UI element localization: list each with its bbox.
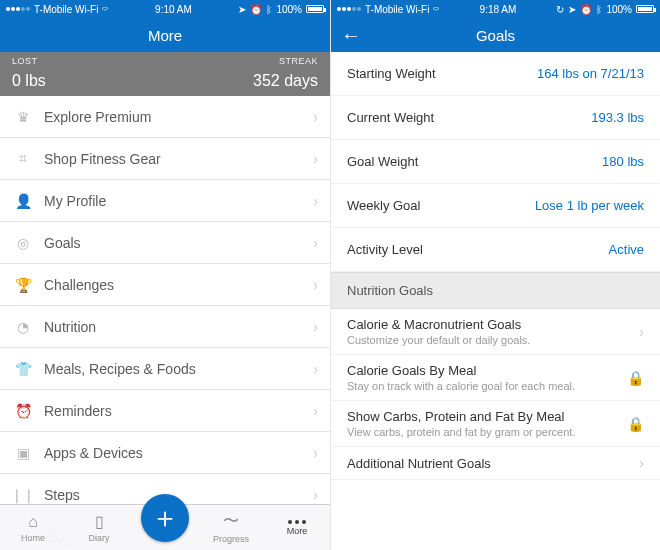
nutrition-row[interactable]: Additional Nutrient Goals›: [331, 447, 660, 480]
chevron-right-icon: ›: [313, 109, 318, 125]
tab-label: Diary: [88, 533, 109, 543]
chevron-right-icon: ›: [313, 319, 318, 335]
menu-item-ua[interactable]: ⌗Shop Fitness Gear›: [0, 138, 330, 180]
menu-item-label: Apps & Devices: [44, 445, 313, 461]
menu-item-devices[interactable]: ▣Apps & Devices›: [0, 432, 330, 474]
goal-name: Current Weight: [347, 110, 591, 125]
alarm-icon: ⏰: [250, 4, 262, 15]
goal-value: 180 lbs: [602, 154, 644, 169]
goal-name: Weekly Goal: [347, 198, 535, 213]
chevron-right-icon: ›: [313, 361, 318, 377]
section-header-nutrition: Nutrition Goals: [331, 272, 660, 309]
menu-item-clock[interactable]: ⏰Reminders›: [0, 390, 330, 432]
carrier-label: T-Mobile Wi-Fi: [365, 4, 429, 15]
goal-value: Active: [609, 242, 644, 257]
bluetooth-icon: ᛒ: [266, 4, 272, 15]
plus-icon: ＋: [151, 499, 179, 537]
nutrition-row[interactable]: Calorie Goals By MealStay on track with …: [331, 355, 660, 401]
tab-home[interactable]: ⌂Home: [0, 505, 66, 550]
lock-icon: 🔒: [627, 370, 644, 386]
bluetooth-icon: ᛒ: [596, 4, 602, 15]
tab-progress[interactable]: 〜Progress: [198, 505, 264, 550]
more-icon: [288, 520, 306, 524]
location-icon: ➤: [238, 4, 246, 15]
row-subtitle: Stay on track with a calorie goal for ea…: [347, 380, 619, 392]
nutrition-row[interactable]: Show Carbs, Protein and Fat By MealView …: [331, 401, 660, 447]
location-icon: ➤: [568, 4, 576, 15]
battery-percent: 100%: [276, 4, 302, 15]
navbar-more: More: [0, 18, 330, 52]
menu-item-label: Nutrition: [44, 319, 313, 335]
banner-stats: LOST 0 lbs STREAK 352 days: [0, 52, 330, 96]
goal-name: Activity Level: [347, 242, 609, 257]
back-button[interactable]: ←: [341, 25, 361, 45]
chevron-right-icon: ›: [313, 445, 318, 461]
chevron-right-icon: ›: [313, 193, 318, 209]
menu-item-profile[interactable]: 👤My Profile›: [0, 180, 330, 222]
goal-name: Starting Weight: [347, 66, 537, 81]
fab-add-button[interactable]: ＋: [141, 494, 189, 542]
menu-item-label: Explore Premium: [44, 109, 313, 125]
tab-bar: ⌂Home ▯Diary 〜Progress More ＋: [0, 504, 330, 550]
chevron-right-icon: ›: [313, 277, 318, 293]
chevron-right-icon: ›: [313, 235, 318, 251]
banner-lost-value: 0 lbs: [12, 72, 46, 90]
shirt-icon: 👕: [12, 361, 34, 377]
battery-percent: 100%: [606, 4, 632, 15]
profile-icon: 👤: [12, 193, 34, 209]
phone-more: T-Mobile Wi-Fi ⌔ 9:10 AM ➤ ⏰ ᛒ 100% More…: [0, 0, 330, 550]
menu-item-label: Meals, Recipes & Foods: [44, 361, 313, 377]
menu-item-label: My Profile: [44, 193, 313, 209]
target-icon: ◎: [12, 235, 34, 251]
status-bar: T-Mobile Wi-Fi ⌔ 9:10 AM ➤ ⏰ ᛒ 100%: [0, 0, 330, 18]
menu-item-label: Shop Fitness Gear: [44, 151, 313, 167]
goal-row[interactable]: Starting Weight164 lbs on 7/21/13: [331, 52, 660, 96]
row-title: Additional Nutrient Goals: [347, 456, 631, 471]
chevron-right-icon: ›: [313, 403, 318, 419]
clock-icon: ⏰: [12, 403, 34, 419]
row-subtitle: Customize your default or daily goals.: [347, 334, 631, 346]
menu-list: ♛Explore Premium›⌗Shop Fitness Gear›👤My …: [0, 96, 330, 550]
menu-item-shirt[interactable]: 👕Meals, Recipes & Foods›: [0, 348, 330, 390]
menu-item-trophy[interactable]: 🏆Challenges›: [0, 264, 330, 306]
chevron-right-icon: ›: [313, 487, 318, 503]
rotation-icon: ↻: [556, 4, 564, 15]
menu-item-label: Goals: [44, 235, 313, 251]
battery-icon: [306, 5, 324, 13]
goal-row[interactable]: Goal Weight180 lbs: [331, 140, 660, 184]
row-subtitle: View carbs, protein and fat by gram or p…: [347, 426, 619, 438]
page-title: Goals: [476, 27, 515, 44]
banner-streak-label: STREAK: [253, 56, 318, 66]
trophy-icon: 🏆: [12, 277, 34, 293]
tab-more[interactable]: More: [264, 505, 330, 550]
signal-dots-icon: [6, 7, 30, 11]
diary-icon: ▯: [95, 512, 104, 531]
goal-row[interactable]: Weekly GoalLose 1 lb per week: [331, 184, 660, 228]
goals-list: Starting Weight164 lbs on 7/21/13Current…: [331, 52, 660, 550]
chevron-right-icon: ›: [639, 324, 644, 340]
goal-row[interactable]: Activity LevelActive: [331, 228, 660, 272]
tab-label: More: [287, 526, 308, 536]
goal-value: Lose 1 lb per week: [535, 198, 644, 213]
menu-item-crown[interactable]: ♛Explore Premium›: [0, 96, 330, 138]
pie-icon: ◔: [12, 319, 34, 335]
goal-name: Goal Weight: [347, 154, 602, 169]
status-bar: T-Mobile Wi-Fi ⌔ 9:18 AM ↻ ➤ ⏰ ᛒ 100%: [331, 0, 660, 18]
alarm-icon: ⏰: [580, 4, 592, 15]
lock-icon: 🔒: [627, 416, 644, 432]
tab-label: Progress: [213, 534, 249, 544]
ua-icon: ⌗: [12, 150, 34, 167]
row-title: Show Carbs, Protein and Fat By Meal: [347, 409, 619, 424]
row-title: Calorie & Macronutrient Goals: [347, 317, 631, 332]
tab-diary[interactable]: ▯Diary: [66, 505, 132, 550]
menu-item-label: Challenges: [44, 277, 313, 293]
menu-item-pie[interactable]: ◔Nutrition›: [0, 306, 330, 348]
menu-item-label: Reminders: [44, 403, 313, 419]
goal-value: 164 lbs on 7/21/13: [537, 66, 644, 81]
status-time: 9:10 AM: [108, 4, 238, 15]
menu-item-target[interactable]: ◎Goals›: [0, 222, 330, 264]
chevron-right-icon: ›: [313, 151, 318, 167]
nutrition-row[interactable]: Calorie & Macronutrient GoalsCustomize y…: [331, 309, 660, 355]
crown-icon: ♛: [12, 109, 34, 125]
goal-row[interactable]: Current Weight193.3 lbs: [331, 96, 660, 140]
